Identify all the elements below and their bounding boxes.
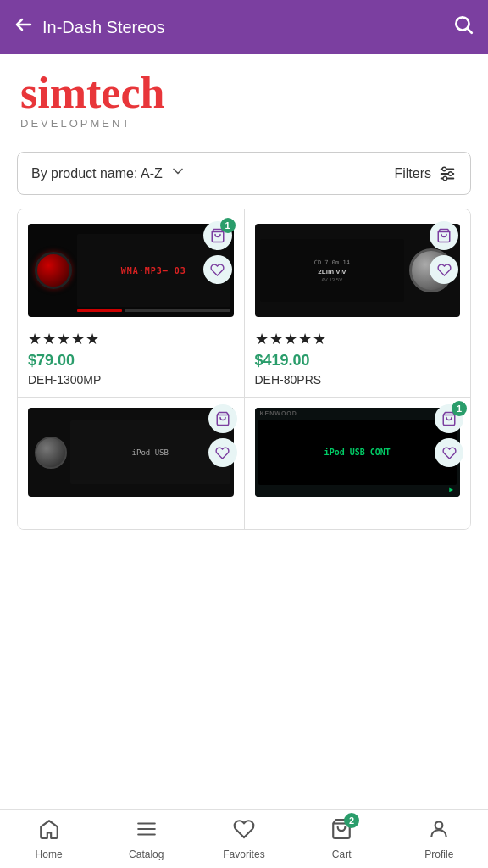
cart-icon-3 (215, 411, 230, 426)
product-image-4: iPod USB CONT ▶ KENWOOD (255, 408, 461, 497)
svg-point-6 (443, 176, 447, 181)
products-row-2: iPod USB (18, 398, 470, 529)
cart-button-3[interactable] (208, 404, 237, 433)
product-price-1: $79.00 (28, 352, 234, 370)
heart-icon-4 (442, 446, 457, 460)
cart-badge-4: 1 (452, 401, 467, 416)
product-card-3: iPod USB (18, 398, 245, 529)
filter-button[interactable]: Filters (394, 164, 457, 183)
favorites-icon (233, 818, 255, 845)
product-name-1: DEH-1300MP (28, 373, 234, 387)
product-image-wrapper: WMA·MP3— 03 Pioneer (28, 220, 234, 321)
heart-icon-2 (437, 263, 452, 277)
bottom-nav: Home Catalog Favorites 2 C (0, 809, 488, 868)
header-title: In-Dash Stereos (42, 18, 165, 37)
wishlist-button-2[interactable] (430, 255, 458, 284)
wishlist-button-3[interactable] (208, 438, 237, 467)
back-button[interactable] (14, 14, 34, 40)
cart-badge-1: 1 (220, 218, 236, 233)
wishlist-button-1[interactable] (203, 255, 232, 284)
products-grid: WMA·MP3— 03 Pioneer (17, 209, 471, 530)
header: In-Dash Stereos (0, 0, 488, 54)
wishlist-button-4[interactable] (435, 438, 463, 467)
product-image-3: iPod USB (28, 408, 234, 497)
heart-icon (210, 263, 225, 277)
products-container: WMA·MP3— 03 Pioneer (0, 209, 488, 530)
heart-icon-3 (215, 446, 230, 460)
product-image-wrapper-2: CD 7.0m 14 2Lim Viv AV 13.5V Pioneer (255, 220, 461, 321)
nav-favorites-label: Favorites (223, 849, 264, 860)
search-icon (452, 14, 474, 36)
profile-icon (428, 818, 450, 845)
svg-point-15 (435, 821, 443, 829)
product-name-2: DEH-80PRS (255, 373, 461, 387)
nav-profile[interactable]: Profile (413, 818, 464, 860)
sort-select[interactable]: By product name: A-Z (31, 163, 186, 184)
nav-home[interactable]: Home (24, 818, 75, 860)
filter-label: Filters (394, 166, 431, 181)
chevron-down-icon (169, 163, 186, 184)
cart-nav-badge: 2 (344, 813, 359, 828)
cart-icon-2 (436, 228, 452, 243)
product-stars-1: ★★★★★ (28, 330, 234, 348)
product-price-2: $419.00 (255, 352, 461, 370)
nav-catalog-label: Catalog (129, 849, 164, 860)
sort-label: By product name: A-Z (31, 166, 163, 181)
svg-point-5 (448, 171, 452, 175)
svg-point-4 (442, 167, 446, 171)
product-stars-2: ★★★★★ (255, 330, 461, 348)
catalog-icon (136, 818, 158, 845)
brand-name: simtech (20, 71, 468, 115)
brand-sub: DEVELOPMENT (20, 117, 468, 130)
search-button[interactable] (452, 14, 474, 41)
cart-button-2[interactable] (430, 221, 458, 250)
back-icon (14, 14, 34, 35)
product-card: WMA·MP3— 03 Pioneer (18, 209, 245, 397)
products-row-1: WMA·MP3— 03 Pioneer (18, 209, 470, 398)
nav-favorites[interactable]: Favorites (219, 818, 269, 860)
product-card-2: CD 7.0m 14 2Lim Viv AV 13.5V Pioneer (245, 209, 471, 397)
nav-cart[interactable]: 2 Cart (316, 818, 367, 860)
cart-button-1[interactable]: 1 (203, 221, 232, 250)
cart-button-4[interactable]: 1 (435, 404, 463, 433)
product-card-4: iPod USB CONT ▶ KENWOOD 1 (245, 398, 471, 529)
nav-cart-label: Cart (332, 849, 352, 860)
home-icon (38, 818, 60, 845)
sort-filter-bar[interactable]: By product name: A-Z Filters (17, 152, 471, 195)
nav-profile-label: Profile (424, 849, 453, 860)
filter-icon (438, 164, 457, 183)
nav-home-label: Home (36, 849, 63, 860)
nav-catalog[interactable]: Catalog (121, 818, 172, 860)
logo-area: simtech DEVELOPMENT (0, 54, 488, 138)
cart-nav-icon: 2 (330, 818, 352, 845)
